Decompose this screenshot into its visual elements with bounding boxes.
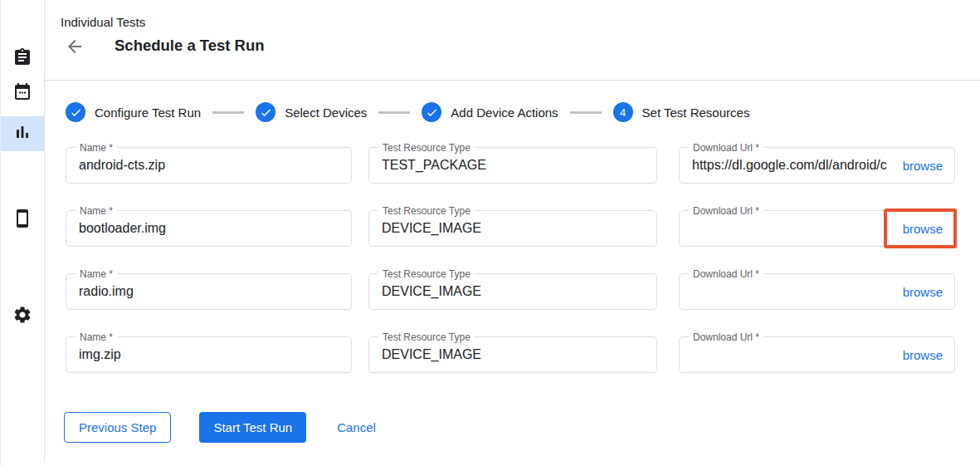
resource-type-value: DEVICE_IMAGE	[369, 284, 481, 299]
name-field[interactable]: Name * android-cts.zip	[66, 147, 352, 184]
download-url-field[interactable]: Download Url * browse	[679, 273, 955, 310]
step-complete-check-icon	[66, 102, 85, 122]
name-field[interactable]: Name * bootloader.img	[66, 210, 352, 247]
resource-type-label: Test Resource Type	[378, 205, 475, 217]
start-test-run-button[interactable]: Start Test Run	[199, 412, 306, 443]
browse-link[interactable]: browse	[903, 222, 943, 236]
download-url-label: Download Url *	[689, 142, 763, 154]
name-field[interactable]: Name * radio.img	[66, 273, 352, 310]
download-url-label: Download Url *	[689, 205, 763, 217]
smartphone-icon	[12, 208, 32, 232]
resource-type-field[interactable]: Test Resource Type DEVICE_IMAGE	[368, 210, 657, 247]
download-url-value: https://dl.google.com/dl/android/c	[680, 158, 896, 173]
resource-type-field[interactable]: Test Resource Type DEVICE_IMAGE	[368, 273, 657, 310]
action-bar: Previous Step Start Test Run Cancel	[64, 412, 376, 443]
browse-link[interactable]: browse	[903, 348, 943, 362]
step-label: Add Device Actions	[451, 105, 558, 120]
step-set-test-resources[interactable]: 4 Set Test Resources	[613, 102, 750, 122]
resource-type-label: Test Resource Type	[378, 268, 475, 280]
download-url-label: Download Url *	[689, 331, 763, 343]
stepper: Configure Test Run Select Devices Add De…	[66, 102, 749, 122]
name-field-label: Name *	[76, 205, 117, 217]
back-button[interactable]	[65, 37, 85, 56]
step-configure-test-run[interactable]: Configure Test Run	[66, 102, 201, 122]
sidebar-item-devices[interactable]	[1, 203, 44, 238]
step-add-device-actions[interactable]: Add Device Actions	[422, 102, 558, 122]
resource-row: Name * android-cts.zip Test Resource Typ…	[66, 147, 955, 184]
step-connector	[570, 111, 602, 114]
sidebar-item-test-plans[interactable]	[1, 76, 44, 110]
name-field-value: radio.img	[66, 284, 134, 299]
step-label: Set Test Resources	[642, 105, 750, 120]
arrow-back-icon	[65, 45, 85, 59]
calendar-icon	[12, 81, 32, 105]
resource-type-label: Test Resource Type	[378, 142, 475, 154]
resource-row: Name * img.zip Test Resource Type DEVICE…	[66, 336, 955, 373]
test-resources-form: Name * android-cts.zip Test Resource Typ…	[66, 147, 955, 373]
gear-icon	[12, 305, 32, 328]
name-field-value: img.zip	[66, 347, 121, 362]
step-label: Configure Test Run	[95, 105, 201, 120]
resource-type-value: DEVICE_IMAGE	[369, 347, 481, 362]
browse-link[interactable]: browse	[903, 159, 943, 173]
download-url-field[interactable]: Download Url * browse	[679, 210, 955, 247]
name-field[interactable]: Name * img.zip	[66, 336, 352, 373]
breadcrumb: Individual Tests	[61, 15, 145, 29]
resource-row: Name * radio.img Test Resource Type DEVI…	[66, 273, 955, 310]
resource-type-label: Test Resource Type	[378, 331, 475, 343]
browse-link[interactable]: browse	[903, 285, 943, 299]
step-connector	[212, 111, 244, 114]
step-label: Select Devices	[285, 105, 367, 120]
cancel-button[interactable]: Cancel	[337, 420, 376, 434]
bar-chart-icon	[12, 122, 32, 145]
download-url-field[interactable]: Download Url * browse	[679, 336, 955, 373]
step-number-badge: 4	[613, 102, 633, 122]
step-complete-check-icon	[256, 102, 275, 122]
download-url-label: Download Url *	[689, 268, 763, 280]
sidebar-item-settings[interactable]	[1, 299, 44, 334]
page-title: Schedule a Test Run	[115, 37, 265, 55]
sidebar-item-tests[interactable]	[1, 42, 44, 76]
name-field-value: bootloader.img	[66, 221, 166, 236]
resource-type-value: TEST_PACKAGE	[369, 158, 486, 173]
clipboard-icon	[12, 47, 32, 71]
name-field-label: Name *	[76, 142, 117, 154]
resource-type-value: DEVICE_IMAGE	[369, 221, 481, 236]
download-url-field[interactable]: Download Url * https://dl.google.com/dl/…	[679, 147, 955, 184]
name-field-label: Name *	[76, 331, 117, 343]
sidebar-item-test-runs[interactable]	[1, 116, 44, 151]
header-divider	[45, 80, 980, 81]
step-connector	[378, 111, 410, 114]
resource-type-field[interactable]: Test Resource Type DEVICE_IMAGE	[368, 336, 657, 373]
app-window: Individual Tests Schedule a Test Run Con…	[0, 0, 980, 466]
resource-row: Name * bootloader.img Test Resource Type…	[66, 210, 955, 247]
step-complete-check-icon	[422, 102, 441, 122]
name-field-label: Name *	[76, 268, 117, 280]
name-field-value: android-cts.zip	[66, 158, 165, 173]
step-select-devices[interactable]: Select Devices	[256, 102, 367, 122]
resource-type-field[interactable]: Test Resource Type TEST_PACKAGE	[368, 147, 657, 184]
previous-step-button[interactable]: Previous Step	[64, 412, 171, 443]
sidebar	[1, 0, 45, 462]
